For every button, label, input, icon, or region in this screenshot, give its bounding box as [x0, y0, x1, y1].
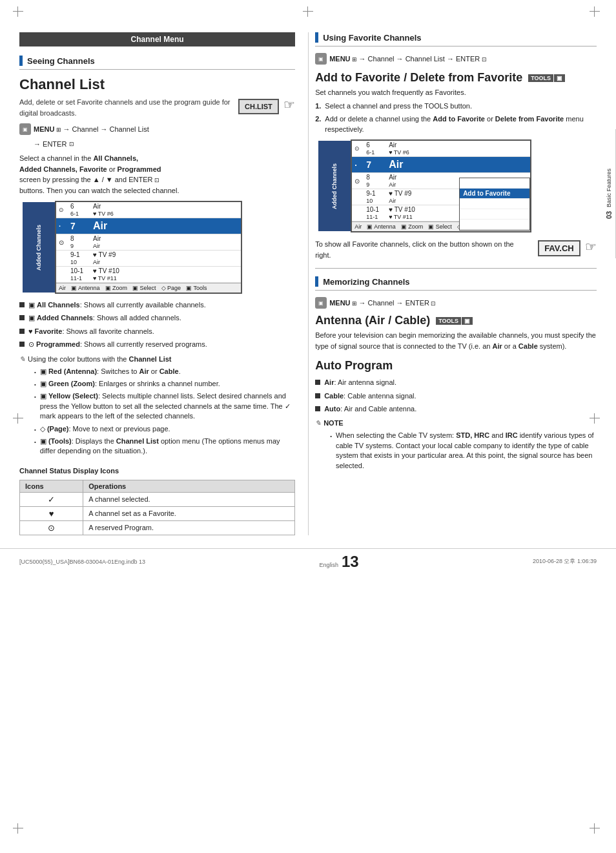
channel-bottom-bar: Air ▣ Antenna ▣ Zoom ▣ Select ◇ Page ▣ T… [56, 283, 241, 293]
note-sub-bullets: • When selecting the Cable TV system: ST… [330, 431, 597, 471]
crosshair-bottom-right [590, 823, 600, 834]
memorize-menu-command: ▣ MENU ⊞ → Channel → ENTER ⊡ [315, 297, 597, 309]
bullet-square-icon [19, 329, 25, 334]
using-fav-heading: Using Favorite Channels [315, 32, 597, 46]
favch-description: To show all Favorite channels, click on … [315, 239, 531, 260]
favch-badge-area: FAV.CH ☞ [538, 239, 597, 256]
fav-screen-left-label: Added Channels [318, 141, 351, 231]
step-2: 2. Add or delete a channel using the Add… [315, 114, 597, 134]
channel-row-3: ⊙ 89 AirAir [56, 234, 241, 251]
bullet-dot: • [34, 426, 36, 433]
fav-screen-area: Added Channels ⊙ 66-1 Air♥ TV #6 · 7 Air… [351, 139, 597, 232]
channel-menu-bar: Channel Menu [19, 32, 295, 46]
feature-bullet-list: ▣ All Channels: Shows all currently avai… [19, 300, 295, 350]
crosshair-top-center [303, 6, 313, 17]
dropdown-timer[interactable]: Timer Viewing [460, 199, 529, 209]
add-delete-title: Add to Favorite / Delete from Favorite T… [315, 71, 597, 85]
fav-hand-icon: ☞ [585, 239, 597, 254]
table-title: Channel Status Display Icons [19, 467, 295, 475]
sub-bullet-yellow: • ▣ Yellow (Select): Selects multiple ch… [34, 391, 295, 421]
bullet-square-icon [315, 380, 320, 385]
crosshair-bottom-left [13, 823, 23, 834]
icon-checkmark: ✓ [20, 492, 83, 506]
dropdown-menu[interactable]: Delete Add to Favorite Timer Viewing Cha… [459, 178, 530, 231]
channel-list-title: Channel List [19, 76, 295, 93]
bullet-square-icon [19, 315, 25, 320]
note-pen-icon: ✎ [315, 419, 321, 427]
bullet-favorite: ♥ Favorite: Shows all favorite channels. [19, 327, 295, 336]
chlist-badge-area: CH.LIST ☞ [238, 97, 295, 114]
sub-bullet-green: • ▣ Green (Zoom): Enlarges or shrinks a … [34, 379, 295, 389]
bullet-cable: Cable: Cable antenna signal. [315, 391, 597, 401]
set-channels-text: Set channels you watch frequently as Fav… [315, 88, 597, 96]
table-header-operations: Operations [83, 480, 295, 492]
bullet-dot: • [34, 369, 36, 376]
sub-bullet-red: • ▣ Red (Antenna): Switches to Air or Ca… [34, 367, 295, 376]
bullet-square-icon [19, 302, 25, 307]
dropdown-delete[interactable]: Delete [460, 178, 529, 189]
footer-right: English 13 [319, 553, 358, 571]
memorizing-heading: Memorizing Channels [315, 276, 597, 291]
bullet-all-channels: ▣ All Channels: Shows all currently avai… [19, 300, 295, 310]
menu-command-2: → ENTER ⊡ [19, 140, 295, 148]
crosshair-mid-left [13, 413, 23, 424]
numbered-steps: 1. Select a channel and press the TOOLS … [315, 101, 597, 134]
icons-table: Icons Operations ✓ A channel selected. ♥… [19, 480, 295, 535]
chlist-button: CH.LIST [238, 99, 279, 114]
footer-date: 2010-06-28 오후 1:06:39 [533, 557, 597, 566]
table-header-icons: Icons [20, 480, 83, 492]
operation-favorite: A channel set as a Favorite. [83, 506, 295, 520]
note-section: ✎ Using the color buttons with the Chann… [19, 355, 295, 460]
bullet-square-icon [19, 342, 25, 347]
table-row-checkmark: ✓ A channel selected. [20, 492, 295, 506]
page-number: 13 [342, 553, 359, 570]
seeing-channels-heading: Seeing Channels [19, 56, 295, 70]
table-row-reserved: ⊙ A reserved Program. [20, 520, 295, 535]
icon-reserved: ⊙ [20, 520, 83, 535]
page-wrapper: 03 Basic Features Channel Menu Seeing Ch… [0, 0, 616, 853]
dropdown-add-fav[interactable]: Add to Favorite [460, 189, 529, 199]
channel-row-highlighted: · 7 Air [56, 218, 241, 234]
note-bullet-stdhrc: • When selecting the Cable TV system: ST… [330, 431, 597, 471]
table-row-heart: ♥ A channel set as a Favorite. [20, 506, 295, 520]
memorize-menu-icon: ▣ [315, 297, 327, 309]
tools-badge: TOOLS [528, 74, 553, 82]
main-columns: Channel Menu Seeing Channels Channel Lis… [0, 13, 616, 535]
screen-left-label: Added Channels [23, 202, 55, 293]
fav-row-1: ⊙ 66-1 Air♥ TV #6 [352, 141, 530, 157]
channel-list-extra-desc: Select a channel in the All Channels, Ad… [19, 153, 295, 196]
bullet-dot: • [34, 393, 36, 400]
footer-file: [UC5000(55)_USA]BN68-03004A-01Eng.indb 1… [19, 559, 145, 565]
crosshair-mid-right [590, 413, 600, 424]
tools-badge-icon: ▣ [554, 74, 565, 82]
icon-heart: ♥ [20, 506, 83, 520]
channel-status-table-area: Channel Status Display Icons Icons Opera… [19, 467, 295, 535]
channel-row-5: 10-111-1 ♥ TV #10♥ TV #11 [56, 267, 241, 283]
crosshair-top-left [13, 6, 23, 17]
fav-screen: Added Channels ⊙ 66-1 Air♥ TV #6 · 7 Air… [351, 139, 531, 232]
channel-row-4: 9-110 ♥ TV #9Air [56, 251, 241, 267]
sidebar-label: 03 Basic Features [602, 129, 616, 258]
operation-reserved: A reserved Program. [83, 520, 295, 535]
menu-icon: ▣ [19, 123, 31, 135]
fav-menu-command: ▣ MENU ⊞ → Channel → Channel List → ENTE… [315, 53, 597, 65]
auto-program-bullets: Air: Air antenna signal. Cable: Cable an… [315, 378, 597, 414]
bullet-auto: Auto: Air and Cable antenna. [315, 404, 597, 414]
page-footer: [UC5000(55)_USA]BN68-03004A-01Eng.indb 1… [0, 548, 616, 575]
antenna-title: Antenna (Air / Cable) TOOLS▣ [315, 314, 597, 327]
channel-list-desc-area: CH.LIST ☞ Add, delete or set Favorite ch… [19, 97, 295, 148]
bullet-added-channels: ▣ Added Channels: Shows all added channe… [19, 313, 295, 323]
step-1: 1. Select a channel and press the TOOLS … [315, 101, 597, 111]
channel-row-1: ⊙ 66-1 Air♥ TV #6 [56, 202, 241, 218]
crosshair-top-right [590, 6, 600, 17]
bullet-programmed: ⊙ Programmed: Shows all currently reserv… [19, 340, 295, 349]
section-divider [315, 268, 597, 269]
dropdown-select-all[interactable]: Select All [460, 220, 529, 230]
note-icon: ✎ [19, 355, 25, 364]
left-column: Channel Menu Seeing Channels Channel Lis… [19, 32, 308, 535]
bullet-air: Air: Air antenna signal. [315, 378, 597, 387]
dropdown-name-edit[interactable]: Channel Name Edit [460, 209, 529, 220]
right-column: Using Favorite Channels ▣ MENU ⊞ → Chann… [308, 32, 597, 535]
channel-screen: Added Channels ⊙ 66-1 Air♥ TV #6 · 7 Air… [55, 201, 242, 294]
fav-menu-icon: ▣ [315, 53, 327, 65]
